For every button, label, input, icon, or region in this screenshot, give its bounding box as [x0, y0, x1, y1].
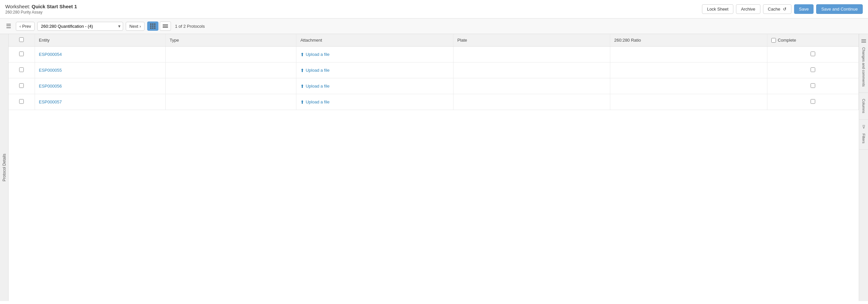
next-label: Next — [129, 24, 138, 29]
row-attachment-1[interactable]: ⬆ Upload a file — [297, 62, 453, 78]
filters-section[interactable]: ⊽ Filters — [859, 120, 868, 150]
upload-button-3[interactable]: ⬆ Upload a file — [300, 100, 330, 105]
row-checkbox-cell[interactable] — [8, 62, 35, 78]
header-attachment: Attachment — [297, 34, 453, 47]
upload-icon-2: ⬆ — [300, 84, 304, 89]
changes-section[interactable]: Changes and comments — [859, 34, 868, 93]
upload-button-2[interactable]: ⬆ Upload a file — [300, 84, 330, 89]
changes-icon — [861, 37, 866, 45]
grid-icon — [150, 24, 155, 29]
columns-label: Columns — [862, 96, 866, 116]
row-entity-0: ESP000054 — [35, 47, 165, 62]
table-body: ESP000054 ⬆ Upload a file ESP000055 — [8, 47, 859, 110]
row-complete-2[interactable] — [767, 78, 859, 94]
complete-label: Complete — [778, 38, 796, 43]
filters-label: Filters — [862, 131, 866, 146]
row-checkbox-cell[interactable] — [8, 47, 35, 62]
prev-button[interactable]: ‹ Prev — [16, 22, 35, 31]
chevron-left-icon: ‹ — [20, 24, 21, 29]
select-all-checkbox[interactable] — [19, 37, 24, 42]
row-complete-0[interactable] — [767, 47, 859, 62]
list-view-button[interactable] — [160, 22, 171, 31]
list-icon — [163, 24, 168, 28]
upload-label-1: Upload a file — [306, 68, 330, 73]
archive-button[interactable]: Archive — [736, 4, 760, 14]
worksheet-label: Worksheet: — [5, 4, 30, 9]
worksheet-name: Quick Start Sheet 1 — [32, 4, 77, 9]
data-table: Entity Type Attachment Plate 260:280 Rat… — [8, 34, 859, 110]
row-type-1 — [165, 62, 296, 78]
upload-icon-1: ⬆ — [300, 68, 304, 73]
upload-icon-0: ⬆ — [300, 52, 304, 57]
header-plate: Plate — [453, 34, 610, 47]
filter-icon: ⊽ — [862, 123, 865, 131]
row-type-0 — [165, 47, 296, 62]
save-and-continue-button[interactable]: Save and Continue — [816, 4, 863, 14]
entity-link-3[interactable]: ESP000057 — [39, 100, 62, 104]
row-checkbox-2[interactable] — [19, 83, 24, 88]
header-ratio: 260:280 Ratio — [610, 34, 767, 47]
row-entity-1: ESP000055 — [35, 62, 165, 78]
row-plate-2 — [453, 78, 610, 94]
row-complete-checkbox-3[interactable] — [811, 99, 815, 104]
cache-button[interactable]: Cache ↺ — [763, 4, 792, 14]
row-checkbox-cell[interactable] — [8, 94, 35, 110]
row-complete-3[interactable] — [767, 94, 859, 110]
protocol-details-label: Protocol Details — [2, 154, 7, 182]
entity-link-2[interactable]: ESP000056 — [39, 84, 62, 88]
table-row: ESP000055 ⬆ Upload a file — [8, 62, 859, 78]
protocol-count: 1 of 2 Protocols — [175, 24, 205, 29]
header-actions: Lock Sheet Archive Cache ↺ Save Save and… — [702, 4, 863, 14]
upload-icon-3: ⬆ — [300, 100, 304, 105]
main-layout: Protocol Details Entity Type Attachment … — [0, 34, 868, 301]
row-ratio-2 — [610, 78, 767, 94]
next-button[interactable]: Next › — [126, 22, 145, 31]
row-complete-checkbox-2[interactable] — [811, 83, 815, 88]
upload-button-0[interactable]: ⬆ Upload a file — [300, 52, 330, 57]
save-button[interactable]: Save — [794, 4, 814, 14]
row-complete-1[interactable] — [767, 62, 859, 78]
row-checkbox-cell[interactable] — [8, 78, 35, 94]
entity-link-1[interactable]: ESP000055 — [39, 68, 62, 73]
row-attachment-3[interactable]: ⬆ Upload a file — [297, 94, 453, 110]
row-ratio-3 — [610, 94, 767, 110]
row-checkbox-1[interactable] — [19, 67, 24, 72]
columns-section[interactable]: Columns — [859, 93, 868, 119]
header-entity: Entity — [35, 34, 165, 47]
changes-label: Changes and comments — [862, 45, 866, 89]
header-type: Type — [165, 34, 296, 47]
upload-label-0: Upload a file — [306, 52, 330, 57]
cache-label: Cache — [768, 7, 780, 11]
upload-button-1[interactable]: ⬆ Upload a file — [300, 68, 330, 73]
lock-sheet-button[interactable]: Lock Sheet — [702, 4, 733, 14]
row-plate-0 — [453, 47, 610, 62]
row-attachment-2[interactable]: ⬆ Upload a file — [297, 78, 453, 94]
protocol-select-wrapper[interactable]: 260:280 Quantification - (4) — [37, 22, 123, 31]
row-attachment-0[interactable]: ⬆ Upload a file — [297, 47, 453, 62]
row-complete-checkbox-1[interactable] — [811, 67, 815, 72]
row-ratio-1 — [610, 62, 767, 78]
cache-icon: ↺ — [783, 7, 786, 11]
complete-all-checkbox[interactable] — [771, 38, 776, 43]
right-sidebar: Changes and comments Columns ⊽ Filters — [859, 34, 868, 301]
grid-view-button[interactable] — [147, 22, 158, 31]
protocol-select[interactable]: 260:280 Quantification - (4) — [37, 22, 123, 31]
toolbar: ☰ ‹ Prev 260:280 Quantification - (4) Ne… — [0, 19, 868, 34]
row-type-3 — [165, 94, 296, 110]
protocol-details-sidebar[interactable]: Protocol Details — [0, 34, 8, 301]
header-checkbox-cell[interactable] — [8, 34, 35, 47]
menu-button[interactable]: ☰ — [4, 21, 13, 31]
table-row: ESP000056 ⬆ Upload a file — [8, 78, 859, 94]
page-title: Worksheet: Quick Start Sheet 1 — [5, 4, 77, 9]
row-plate-3 — [453, 94, 610, 110]
row-complete-checkbox-0[interactable] — [811, 52, 815, 56]
row-plate-1 — [453, 62, 610, 78]
view-toggle — [147, 22, 171, 31]
row-checkbox-0[interactable] — [19, 52, 24, 56]
entity-link-0[interactable]: ESP000054 — [39, 52, 62, 57]
prev-label: Prev — [22, 24, 31, 29]
row-type-2 — [165, 78, 296, 94]
table-header-row: Entity Type Attachment Plate 260:280 Rat… — [8, 34, 859, 47]
data-table-area: Entity Type Attachment Plate 260:280 Rat… — [8, 34, 859, 301]
row-checkbox-3[interactable] — [19, 99, 24, 104]
